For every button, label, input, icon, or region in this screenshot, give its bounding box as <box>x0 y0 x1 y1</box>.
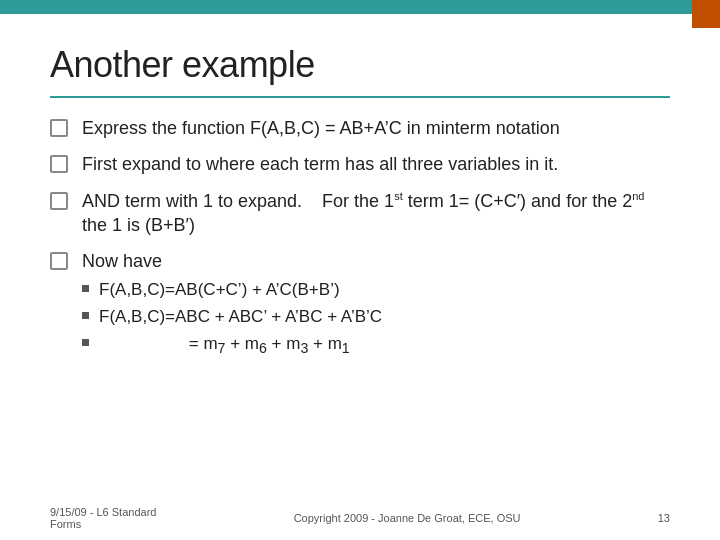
footer-left-line1: 9/15/09 - L6 Standard <box>50 506 156 518</box>
footer-left-line2: Forms <box>50 518 81 530</box>
bullet-text-2: First expand to where each term has all … <box>82 152 670 176</box>
bullet-item-4: Now have F(A,B,C)=AB(C+C’) + A’C(B+B’) F… <box>50 249 670 363</box>
slide-title: Another example <box>50 44 670 86</box>
sub-bullet-item-1: F(A,B,C)=AB(C+C’) + A’C(B+B’) <box>82 279 382 302</box>
bullet-dot-1 <box>50 119 68 137</box>
sub-bullet-list: F(A,B,C)=AB(C+C’) + A’C(B+B’) F(A,B,C)=A… <box>82 279 382 362</box>
sub-bullet-text-3: = m7 + m6 + m3 + m1 <box>99 333 350 359</box>
sub-bullet-square-3 <box>82 339 89 346</box>
slide-footer: 9/15/09 - L6 Standard Forms Copyright 20… <box>50 506 670 530</box>
sub-bullet-item-2: F(A,B,C)=ABC + ABC’ + A’BC + A’B’C <box>82 306 382 329</box>
sub-bullet-text-2: F(A,B,C)=ABC + ABC’ + A’BC + A’B’C <box>99 306 382 329</box>
footer-right: 13 <box>658 512 670 524</box>
bullet-item-2: First expand to where each term has all … <box>50 152 670 176</box>
sub-bullet-square-1 <box>82 285 89 292</box>
slide-content: Another example Express the function F(A… <box>0 14 720 540</box>
footer-left: 9/15/09 - L6 Standard Forms <box>50 506 156 530</box>
bullet-dot-3 <box>50 192 68 210</box>
bullet-item-1: Express the function F(A,B,C) = AB+A’C i… <box>50 116 670 140</box>
bullet-text-4: Now have <box>82 249 162 273</box>
sub-bullet-square-2 <box>82 312 89 319</box>
bullet-list: Express the function F(A,B,C) = AB+A’C i… <box>50 116 670 363</box>
bullet-text-3: AND term with 1 to expand. For the 1st t… <box>82 189 670 238</box>
footer-center: Copyright 2009 - Joanne De Groat, ECE, O… <box>166 512 647 524</box>
title-divider <box>50 96 670 98</box>
bullet-dot-2 <box>50 155 68 173</box>
top-bar <box>0 0 720 14</box>
sub-bullet-item-3: = m7 + m6 + m3 + m1 <box>82 333 382 359</box>
bullet-item-3: AND term with 1 to expand. For the 1st t… <box>50 189 670 238</box>
bullet-text-1: Express the function F(A,B,C) = AB+A’C i… <box>82 116 670 140</box>
bullet-dot-4 <box>50 252 68 270</box>
sub-bullet-text-1: F(A,B,C)=AB(C+C’) + A’C(B+B’) <box>99 279 340 302</box>
